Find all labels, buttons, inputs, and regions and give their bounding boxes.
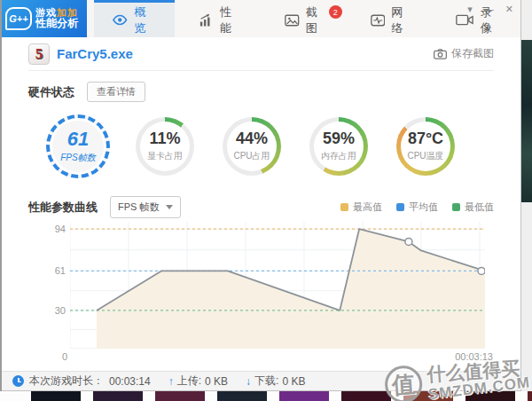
- tab-label: 截图: [306, 4, 328, 36]
- tab-performance[interactable]: 性能: [182, 0, 261, 37]
- tab-overview[interactable]: 概览: [94, 0, 175, 37]
- desktop-thumbnail: [341, 391, 391, 401]
- desktop-thumbnail-strip: [0, 391, 532, 401]
- desktop-thumbnail: [31, 391, 81, 401]
- desktop-thumbnail: [528, 391, 532, 401]
- window-controls: ▾ — ✕: [467, 4, 513, 14]
- session-duration-label: 本次游戏时长：: [29, 373, 104, 389]
- session-duration-value: 00:03:14: [109, 375, 151, 388]
- desktop-thumbnail: [279, 391, 329, 401]
- curve-section-title: 性能参数曲线: [28, 200, 98, 216]
- legend-min-swatch: [452, 203, 460, 211]
- desktop-background-right: [520, 0, 532, 401]
- gauge-fps: 61 FPS帧数: [43, 114, 113, 178]
- clock-icon: [12, 375, 24, 387]
- chart-legend: 最高值 平均值 最低值: [340, 200, 494, 214]
- legend-min: 最低值: [452, 200, 494, 214]
- gauge-cpu-temp: 87°C CPU温度: [390, 117, 461, 176]
- chevron-down-icon: [166, 205, 173, 209]
- desktop-thumbnail: [93, 391, 143, 401]
- tab-network[interactable]: 网络: [353, 0, 432, 37]
- memory-usage-ring: 59% 内存占用: [309, 117, 368, 176]
- download-arrow-icon: ↓: [246, 375, 251, 388]
- y-axis-tick: 94: [43, 224, 66, 234]
- upload-arrow-icon: ↑: [168, 375, 174, 388]
- fps-value: 61: [67, 130, 89, 149]
- performance-chart-icon: [200, 13, 214, 27]
- camera-icon: [434, 49, 447, 59]
- cpu-temp-label: CPU温度: [407, 150, 443, 162]
- farcry5-game-icon: 5: [28, 43, 50, 65]
- tab-label: 网络: [391, 4, 413, 36]
- desktop-thumbnail: [466, 391, 515, 401]
- desktop-thumbnail: [217, 391, 267, 401]
- memory-usage-value: 59%: [323, 130, 355, 148]
- eye-icon: [112, 14, 128, 26]
- gpu-usage-label: 显卡占用: [147, 150, 183, 162]
- legend-max-swatch: [340, 203, 348, 211]
- tab-screenshot[interactable]: 截图 2: [267, 0, 346, 37]
- gpu-usage-ring: 11% 显卡占用: [136, 117, 194, 176]
- gauge-cpu-usage: 44% CPU占用: [216, 117, 287, 176]
- game-header-row: 5 FarCry5.exe 保存截图: [28, 37, 494, 71]
- cpu-temp-ring: 87°C CPU温度: [396, 117, 455, 176]
- screenshot-icon: [285, 14, 299, 27]
- gauge-memory-usage: 59% 内存占用: [303, 117, 374, 176]
- network-pulse-icon: [371, 14, 385, 27]
- fps-line-chart: 946130 0 00:03:13: [2, 216, 521, 362]
- metric-dropdown-value: FPS 帧数: [118, 200, 159, 214]
- save-screenshot-button[interactable]: 保存截图: [434, 46, 494, 61]
- desktop-thumbnail: [155, 391, 205, 401]
- app-subtitle: 性能分析: [35, 18, 78, 30]
- gpu-usage-value: 11%: [149, 130, 180, 148]
- app-logo: G++ 游戏加加 性能分析: [2, 0, 87, 37]
- tab-label: 概览: [134, 4, 156, 36]
- view-details-button[interactable]: 查看详情: [87, 82, 145, 102]
- gauge-gpu-usage: 11% 显卡占用: [129, 117, 200, 176]
- cpu-usage-label: CPU占用: [233, 150, 270, 162]
- legend-avg-swatch: [396, 203, 404, 211]
- chart-plot-area: [70, 222, 485, 349]
- legend-max: 最高值: [340, 200, 382, 214]
- close-button[interactable]: ✕: [505, 4, 513, 14]
- legend-avg: 平均值: [396, 200, 438, 214]
- fps-label: FPS帧数: [60, 152, 95, 164]
- x-axis-end-label: 00:03:13: [455, 351, 493, 362]
- main-tabs: 概览 性能 截图 2 网络 录像: [87, 0, 520, 37]
- hardware-section-header: 硬件状态 查看详情: [28, 82, 494, 102]
- screenshot-root: G++ 游戏加加 性能分析 概览 性能 截图 2: [0, 0, 532, 401]
- y-axis-tick: 30: [43, 305, 66, 316]
- fps-dashed-ring: 61 FPS帧数: [46, 114, 110, 178]
- status-bar: 本次游戏时长： 00:03:14 ↑ 上传: 0 KB ↓ 下载: 0 KB: [2, 371, 520, 390]
- gpp-logo-icon: G++: [5, 7, 32, 30]
- gamepp-window: G++ 游戏加加 性能分析 概览 性能 截图 2: [2, 0, 521, 391]
- tab-label: 性能: [220, 4, 242, 36]
- screenshot-count-badge: 2: [329, 5, 342, 19]
- gauge-row: 61 FPS帧数 11% 显卡占用 44% CPU占用 59% 内存: [43, 114, 520, 178]
- chart-svg: [70, 222, 485, 349]
- minimize-button[interactable]: —: [484, 4, 494, 14]
- video-camera-icon: [456, 14, 473, 26]
- window-menu-button[interactable]: ▾: [467, 4, 473, 14]
- game-process-title: FarCry5.exe: [57, 46, 133, 61]
- cpu-usage-value: 44%: [236, 130, 268, 148]
- desktop-thumbnail: [403, 391, 453, 401]
- download-stat: ↓ 下载: 0 KB: [246, 373, 305, 389]
- save-screenshot-label: 保存截图: [451, 46, 494, 61]
- cpu-temp-value: 87°C: [408, 130, 443, 148]
- x-axis-start-label: 0: [62, 351, 67, 362]
- hardware-section-title: 硬件状态: [28, 84, 74, 100]
- desktop-wallpaper-fragment: [520, 40, 532, 202]
- title-tab-bar: G++ 游戏加加 性能分析 概览 性能 截图 2: [2, 0, 520, 37]
- upload-stat: ↑ 上传: 0 KB: [168, 373, 228, 389]
- memory-usage-label: 内存占用: [321, 150, 356, 162]
- y-axis-tick: 61: [43, 265, 66, 276]
- cpu-usage-ring: 44% CPU占用: [223, 117, 281, 176]
